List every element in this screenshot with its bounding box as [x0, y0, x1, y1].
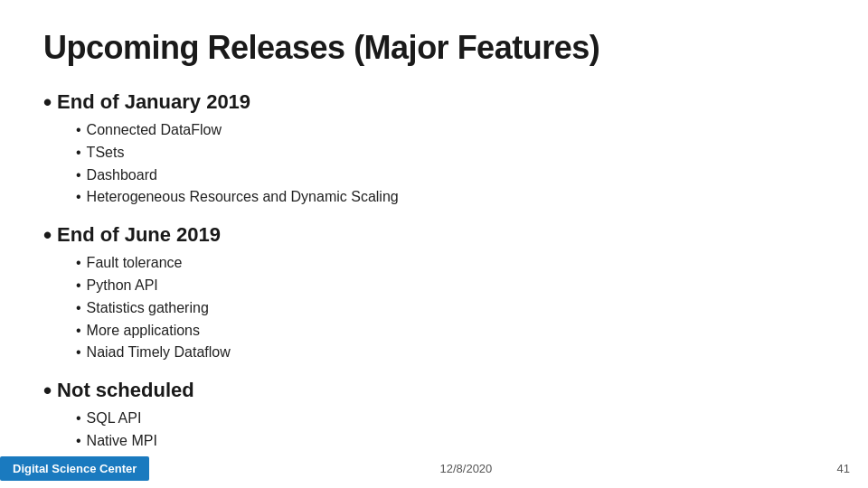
list-item-2-0: SQL API [76, 408, 825, 430]
list-item-1-1: Python API [76, 275, 825, 297]
section-header-2: Not scheduled [43, 379, 825, 402]
list-item-1-4: Naiad Timely Dataflow [76, 342, 825, 364]
slide: Upcoming Releases (Major Features) End o… [0, 0, 868, 488]
section-list-0: Connected DataFlowTSetsDashboardHeteroge… [43, 119, 825, 209]
footer-logo: Digital Science Center [0, 456, 149, 481]
section-header-1: End of June 2019 [43, 223, 825, 247]
slide-title: Upcoming Releases (Major Features) [43, 29, 825, 67]
footer: Digital Science Center 12/8/2020 41 [0, 449, 868, 488]
list-item-0-2: Dashboard [76, 164, 825, 187]
footer-date: 12/8/2020 [439, 462, 492, 475]
list-item-1-3: More applications [76, 320, 825, 343]
section-header-0: End of January 2019 [43, 90, 825, 114]
list-item-0-3: Heterogeneous Resources and Dynamic Scal… [76, 186, 825, 209]
list-item-1-0: Fault tolerance [76, 252, 825, 275]
slide-content: End of January 2019Connected DataFlowTSe… [43, 83, 825, 456]
list-item-0-1: TSets [76, 142, 825, 164]
list-item-0-0: Connected DataFlow [76, 119, 825, 142]
section-list-2: SQL APINative MPI [43, 408, 825, 453]
section-list-1: Fault tolerancePython APIStatistics gath… [43, 252, 825, 364]
footer-page: 41 [837, 462, 850, 475]
list-item-1-2: Statistics gathering [76, 297, 825, 320]
